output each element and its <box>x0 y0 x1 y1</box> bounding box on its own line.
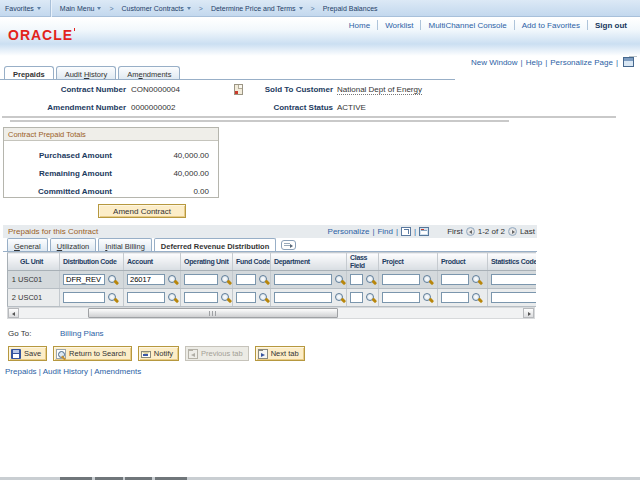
lookup-icon[interactable] <box>334 292 345 303</box>
grid-tab-initial-billing[interactable]: Initial Billing <box>98 238 152 251</box>
show-all-columns-button[interactable] <box>281 240 296 250</box>
project-input[interactable] <box>382 292 420 303</box>
footer-amendments-link[interactable]: Amendments <box>94 367 141 376</box>
breadcrumb-bar: Favorites Main Menu > Customer Contracts… <box>0 0 640 17</box>
billing-plans-link[interactable]: Billing Plans <box>60 329 140 338</box>
portal-links: Home Worklist MultiChannel Console Add t… <box>342 20 634 30</box>
lookup-icon[interactable] <box>107 274 118 285</box>
pager-next-icon[interactable] <box>508 227 517 236</box>
grid-horizontal-scrollbar[interactable] <box>7 307 535 319</box>
committed-amount-value: 0.00 <box>193 187 209 196</box>
operating-unit-input[interactable] <box>184 292 218 303</box>
return-to-search-button[interactable]: Return to Search <box>53 346 132 361</box>
view-all-icon[interactable] <box>401 227 411 236</box>
account-input[interactable] <box>127 274 165 285</box>
lookup-icon[interactable] <box>167 292 178 303</box>
scroll-right-arrow[interactable] <box>523 308 534 318</box>
pager-prev-icon[interactable] <box>466 227 475 236</box>
distribution-code-input[interactable] <box>63 274 105 285</box>
purchased-amount-label: Purchased Amount <box>4 151 112 160</box>
lookup-icon[interactable] <box>258 292 269 303</box>
notify-button[interactable]: Notify <box>138 346 179 361</box>
header-fade <box>0 44 640 56</box>
grid-tab-general[interactable]: General <box>7 238 48 251</box>
footer-prepaids-link[interactable]: Prepaids <box>5 367 37 376</box>
class-field-input[interactable] <box>350 292 363 303</box>
project-input[interactable] <box>382 274 420 285</box>
favorites-menu[interactable]: Favorites <box>0 5 46 12</box>
fund-code-input[interactable] <box>236 274 256 285</box>
scroll-left-arrow[interactable] <box>8 308 19 318</box>
pager-last[interactable]: Last <box>520 227 535 236</box>
crumb-customer-contracts[interactable]: Customer Contracts <box>117 5 196 12</box>
lookup-icon[interactable] <box>167 274 178 285</box>
worklist-link[interactable]: Worklist <box>378 21 420 30</box>
lookup-icon[interactable] <box>471 292 482 303</box>
product-input[interactable] <box>441 274 469 285</box>
new-window-icon[interactable] <box>623 57 634 67</box>
grid-tab-deferred-revenue[interactable]: Deferred Revenue Distribution <box>154 238 276 251</box>
lookup-icon[interactable] <box>422 274 433 285</box>
previous-tab-icon <box>188 349 198 359</box>
statistics-code-input[interactable] <box>491 274 536 285</box>
sign-out-link[interactable]: Sign out <box>588 21 634 30</box>
download-icon[interactable] <box>419 227 429 236</box>
footer-links: Prepaids | Audit History | Amendments <box>5 367 141 376</box>
department-input[interactable] <box>274 274 332 285</box>
new-window-link[interactable]: New Window <box>471 58 518 67</box>
grid-row-1: 1USC01 <box>8 271 536 289</box>
committed-amount-label: Committed Amount <box>4 187 112 196</box>
account-input[interactable] <box>127 292 165 303</box>
pager-first[interactable]: First <box>447 227 463 236</box>
lookup-icon[interactable] <box>334 274 345 285</box>
lookup-icon[interactable] <box>220 274 231 285</box>
distribution-code-input[interactable] <box>63 292 105 303</box>
save-button[interactable]: Save <box>8 346 47 361</box>
contract-prepaid-totals-box: Contract Prepaid Totals Purchased Amount… <box>3 127 219 198</box>
pager-range: 1-2 of 2 <box>478 227 505 236</box>
personalize-link[interactable]: Personalize <box>328 227 370 236</box>
page-tabs: Prepaids Audit History Amendments <box>4 65 182 80</box>
crumb-separator: > <box>199 5 203 12</box>
col-class-field: Class Field <box>347 253 379 271</box>
crumb-determine-price[interactable]: Determine Price and Terms <box>206 5 308 12</box>
oracle-logo: ORACLE <box>8 27 75 43</box>
scroll-thumb[interactable] <box>88 308 338 318</box>
sold-to-label: Sold To Customer <box>200 85 333 94</box>
department-input[interactable] <box>274 292 332 303</box>
operating-unit-input[interactable] <box>184 274 218 285</box>
col-project: Project <box>379 253 438 271</box>
multichannel-link[interactable]: MultiChannel Console <box>421 21 513 30</box>
return-to-search-icon <box>56 349 66 359</box>
fund-code-input[interactable] <box>236 292 256 303</box>
sold-to-value[interactable]: National Dept of Energy <box>337 85 422 95</box>
grid-tab-utilization[interactable]: Utilization <box>50 238 97 251</box>
footer-audit-history-link[interactable]: Audit History <box>43 367 88 376</box>
goto-label: Go To: <box>8 329 31 338</box>
main-menu[interactable]: Main Menu <box>55 5 107 12</box>
product-input[interactable] <box>441 292 469 303</box>
tab-amendments[interactable]: Amendments <box>118 66 180 80</box>
lookup-icon[interactable] <box>365 274 376 285</box>
goto-row: Go To: Billing Plans <box>8 329 31 338</box>
lookup-icon[interactable] <box>107 292 118 303</box>
next-tab-button[interactable]: Next tab <box>255 346 305 361</box>
home-link[interactable]: Home <box>342 21 377 30</box>
lookup-icon[interactable] <box>258 274 269 285</box>
trademark-icon <box>74 28 75 31</box>
grid-row-2: 2USC01 <box>8 289 536 307</box>
lookup-icon[interactable] <box>471 274 482 285</box>
crumb-prepaid-balances: Prepaid Balances <box>318 5 383 12</box>
add-to-favorites-link[interactable]: Add to Favorites <box>515 21 587 30</box>
personalize-page-link[interactable]: Personalize Page <box>550 58 613 67</box>
lookup-icon[interactable] <box>365 292 376 303</box>
help-link[interactable]: Help <box>526 58 542 67</box>
find-link[interactable]: Find <box>377 227 393 236</box>
statistics-code-input[interactable] <box>491 292 536 303</box>
tab-prepaids[interactable]: Prepaids <box>4 66 54 80</box>
class-field-input[interactable] <box>350 274 363 285</box>
lookup-icon[interactable] <box>422 292 433 303</box>
lookup-icon[interactable] <box>220 292 231 303</box>
tab-audit-history[interactable]: Audit History <box>56 66 117 80</box>
amend-contract-button[interactable]: Amend Contract <box>98 204 186 218</box>
